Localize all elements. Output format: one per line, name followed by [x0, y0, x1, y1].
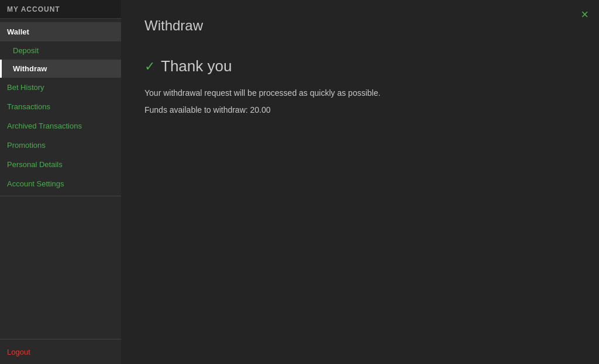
- sidebar-item-bet-history[interactable]: Bet History: [0, 78, 121, 97]
- sidebar-nav: Wallet Deposit Withdraw Bet History Tran…: [0, 19, 121, 339]
- sidebar-item-archived-transactions[interactable]: Archived Transactions: [0, 116, 121, 136]
- withdrawal-message: Your withdrawal request will be processe…: [144, 87, 576, 99]
- close-button[interactable]: ×: [581, 8, 588, 21]
- thank-you-heading: Thank you: [161, 57, 232, 75]
- main-content: × Withdraw ✓ Thank you Your withdrawal r…: [121, 0, 599, 364]
- sidebar-item-wallet[interactable]: Wallet: [0, 22, 121, 41]
- thank-you-section: ✓ Thank you: [144, 57, 576, 75]
- sidebar-item-account-settings[interactable]: Account Settings: [0, 174, 121, 193]
- logout-button[interactable]: Logout: [7, 348, 30, 356]
- page-title: Withdraw: [144, 18, 576, 34]
- sidebar-item-promotions[interactable]: Promotions: [0, 136, 121, 155]
- sidebar-divider: [0, 196, 121, 196]
- sidebar-title: MY ACCOUNT: [7, 5, 60, 13]
- sidebar-header: MY ACCOUNT: [0, 0, 121, 19]
- sidebar-footer: Logout: [0, 339, 121, 364]
- sidebar-item-deposit[interactable]: Deposit: [0, 41, 121, 60]
- funds-available: Funds available to withdraw: 20.00: [144, 105, 576, 115]
- checkmark-icon: ✓: [144, 59, 155, 74]
- sidebar-item-transactions[interactable]: Transactions: [0, 97, 121, 116]
- sidebar: MY ACCOUNT Wallet Deposit Withdraw Bet H…: [0, 0, 121, 364]
- sidebar-item-personal-details[interactable]: Personal Details: [0, 155, 121, 174]
- sidebar-item-withdraw[interactable]: Withdraw: [0, 60, 121, 78]
